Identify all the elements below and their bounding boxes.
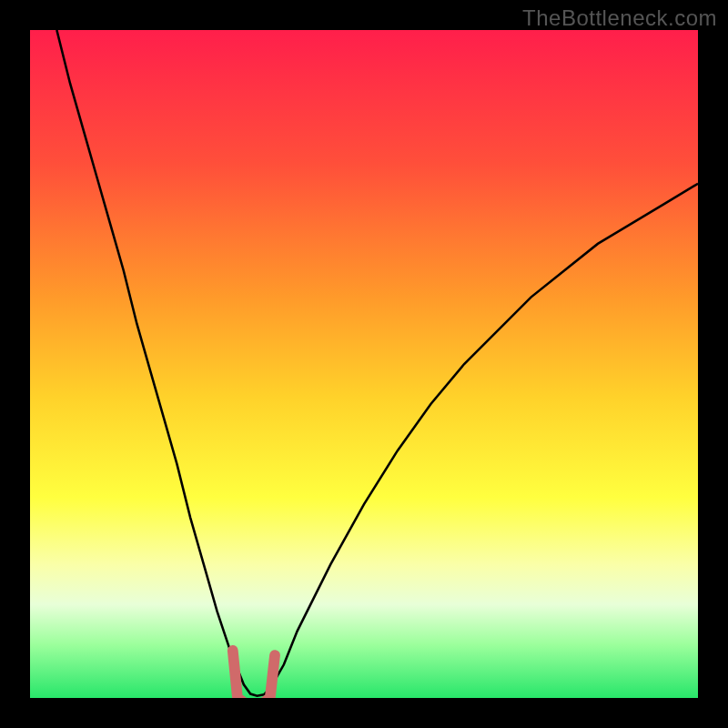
chart-background	[30, 30, 698, 698]
bottleneck-chart	[30, 30, 698, 698]
chart-frame	[30, 30, 698, 698]
watermark-label: TheBottleneck.com	[522, 5, 717, 31]
